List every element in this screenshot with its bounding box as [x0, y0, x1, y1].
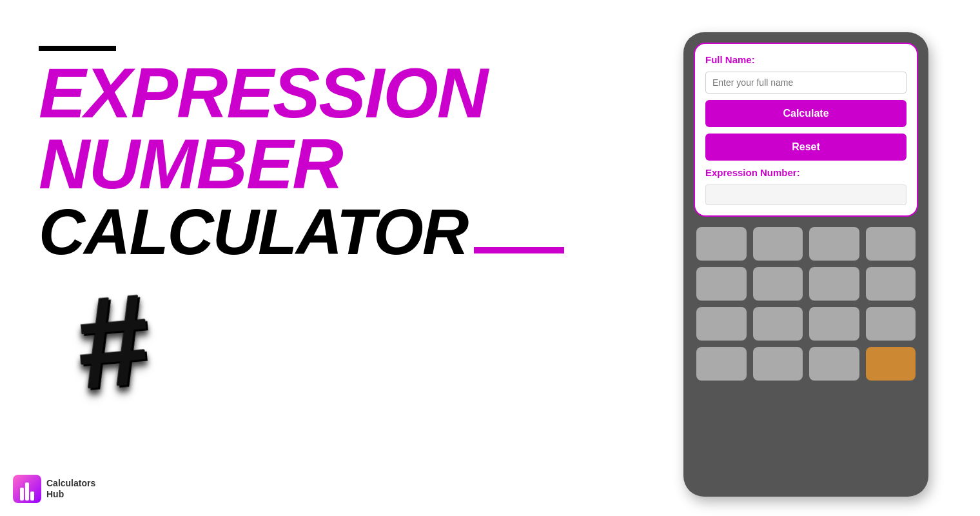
key-4-3[interactable]: [809, 347, 859, 381]
key-3-4[interactable]: [866, 307, 916, 341]
title-calculator-row: CALCULATOR: [39, 199, 671, 264]
logo-bar-1: [20, 488, 24, 501]
calculate-button[interactable]: Calculate: [705, 100, 906, 127]
purple-decorative-bar: [474, 247, 564, 253]
key-3-1[interactable]: [696, 307, 747, 341]
key-2-2[interactable]: [753, 267, 803, 301]
logo-text: Calculators Hub: [46, 478, 95, 500]
key-1-3[interactable]: [809, 227, 859, 261]
calculator-screen: Full Name: Calculate Reset Expression Nu…: [694, 43, 918, 217]
logo-bar-3: [30, 491, 34, 501]
hashtag-illustration: #: [77, 277, 671, 470]
key-4-1[interactable]: [696, 347, 747, 381]
key-1-2[interactable]: [753, 227, 803, 261]
result-box: [705, 184, 906, 205]
black-decorative-bar: [39, 46, 116, 51]
title-number: NUMBER: [39, 128, 671, 199]
key-3-2[interactable]: [753, 307, 803, 341]
key-1-1[interactable]: [696, 227, 747, 261]
key-2-3[interactable]: [809, 267, 859, 301]
left-section: EXPRESSION NUMBER CALCULATOR #: [39, 46, 671, 470]
logo-text-hub: Hub: [46, 489, 95, 500]
full-name-input[interactable]: [705, 72, 906, 94]
key-1-4[interactable]: [866, 227, 916, 261]
logo-icon: [13, 475, 41, 503]
full-name-label: Full Name:: [705, 54, 906, 65]
right-section: Full Name: Calculate Reset Expression Nu…: [671, 19, 941, 510]
key-2-1[interactable]: [696, 267, 747, 301]
keypad: [694, 224, 918, 383]
reset-button[interactable]: Reset: [705, 134, 906, 161]
title-expression: EXPRESSION: [39, 57, 671, 128]
logo-area: Calculators Hub: [13, 475, 95, 503]
key-3-3[interactable]: [809, 307, 859, 341]
key-4-4-orange[interactable]: [866, 347, 916, 381]
logo-bar-2: [25, 482, 29, 501]
key-4-2[interactable]: [753, 347, 803, 381]
expression-number-label: Expression Number:: [705, 167, 906, 178]
title-calculator: CALCULATOR: [39, 199, 467, 264]
logo-text-calculators: Calculators: [46, 478, 95, 489]
hashtag-symbol: #: [72, 274, 154, 409]
key-2-4[interactable]: [866, 267, 916, 301]
calculator-body: Full Name: Calculate Reset Expression Nu…: [683, 32, 928, 497]
